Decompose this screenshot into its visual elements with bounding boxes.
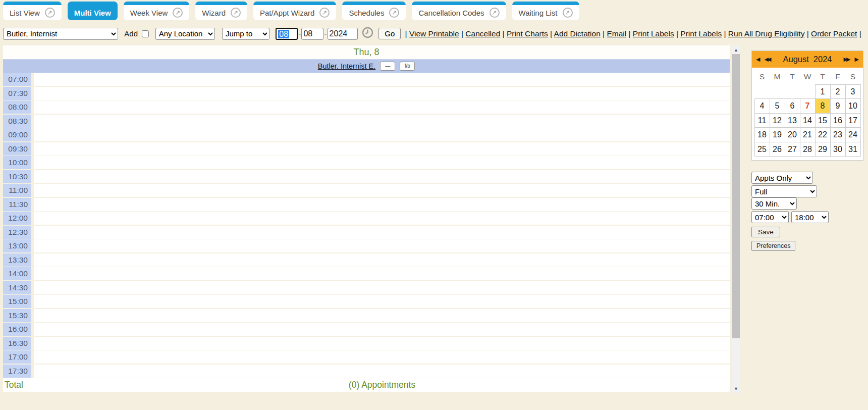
calendar-day-23[interactable]: 23: [830, 128, 845, 142]
appointment-slot[interactable]: [34, 295, 730, 308]
appointment-slot[interactable]: [34, 365, 730, 378]
time-label[interactable]: 14:00: [3, 267, 31, 280]
appointment-slot[interactable]: [34, 142, 730, 156]
provider-select[interactable]: Butler, Internist: [3, 28, 118, 40]
calendar-day-3[interactable]: 3: [845, 84, 860, 99]
appointment-slot[interactable]: [34, 281, 730, 294]
link-print-labels[interactable]: Print Labels: [680, 29, 722, 38]
appointment-slot[interactable]: [34, 212, 730, 225]
tab-pat-appt-wizard[interactable]: Pat/Appt Wizard↗: [253, 2, 336, 20]
open-new-window-icon[interactable]: ↗: [173, 8, 183, 18]
appointment-slot[interactable]: [34, 323, 730, 336]
next-month-icon[interactable]: ▶: [855, 56, 859, 63]
view-mode-select[interactable]: Appts Only: [751, 172, 813, 184]
time-label[interactable]: 15:00: [3, 295, 31, 308]
calendar-day-29[interactable]: 29: [815, 142, 830, 157]
time-label[interactable]: 16:00: [3, 323, 31, 336]
tab-multi-view[interactable]: Multi View: [68, 2, 118, 20]
open-new-window-icon[interactable]: ↗: [319, 8, 330, 18]
time-label[interactable]: 12:00: [3, 212, 31, 225]
time-label[interactable]: 09:30: [3, 142, 31, 156]
time-label[interactable]: 08:00: [3, 100, 31, 114]
calendar-day-7[interactable]: 7: [800, 99, 815, 114]
location-select[interactable]: Any Location: [155, 28, 215, 40]
tab-list-view[interactable]: List View↗: [3, 2, 62, 20]
time-label[interactable]: 16:30: [3, 337, 31, 350]
prev-year-icon[interactable]: ◀◀: [764, 56, 770, 63]
appointment-slot[interactable]: [34, 350, 730, 364]
start-time-select[interactable]: 07:00: [751, 211, 789, 223]
link-print-charts[interactable]: Print Charts: [507, 29, 548, 38]
prev-month-icon[interactable]: ◀: [756, 56, 760, 63]
tab-wizard[interactable]: Wizard↗: [195, 2, 247, 20]
calendar-day-25[interactable]: 25: [754, 142, 770, 157]
tab-cancellation-codes[interactable]: Cancellation Codes↗: [412, 2, 506, 20]
calendar-day-5[interactable]: 5: [770, 99, 785, 114]
date-month-input[interactable]: 08: [276, 28, 298, 40]
calendar-day-28[interactable]: 28: [800, 142, 815, 157]
scrollbar-thumb[interactable]: [732, 54, 740, 338]
calendar-day-17[interactable]: 17: [845, 113, 860, 128]
time-label[interactable]: 17:00: [3, 350, 31, 364]
preferences-button[interactable]: Preferences: [751, 241, 795, 251]
interval-select[interactable]: 30 Min.: [751, 197, 797, 210]
calendar-day-14[interactable]: 14: [800, 113, 815, 128]
date-year-input[interactable]: 2024: [328, 28, 358, 40]
open-new-window-icon[interactable]: ↗: [490, 8, 500, 18]
time-label[interactable]: 13:00: [3, 239, 31, 252]
calendar-day-27[interactable]: 27: [785, 142, 800, 157]
next-year-icon[interactable]: ▶▶: [844, 56, 849, 63]
time-label[interactable]: 09:00: [3, 128, 31, 141]
calendar-day-24[interactable]: 24: [845, 128, 860, 142]
collapse-column-button[interactable]: —: [380, 62, 395, 71]
time-label[interactable]: 14:30: [3, 281, 31, 294]
free-busy-button[interactable]: f/b: [400, 62, 415, 71]
time-label[interactable]: 07:00: [3, 73, 31, 86]
time-label[interactable]: 17:30: [3, 365, 31, 378]
appointment-slot[interactable]: [34, 239, 730, 252]
link-cancelled[interactable]: Cancelled: [465, 29, 500, 38]
calendar-day-15[interactable]: 15: [815, 113, 830, 128]
calendar-day-12[interactable]: 12: [770, 113, 785, 128]
appointment-slot[interactable]: [34, 309, 730, 322]
calendar-day-13[interactable]: 13: [785, 113, 800, 128]
time-label[interactable]: 13:30: [3, 253, 31, 267]
calendar-day-21[interactable]: 21: [800, 128, 815, 142]
appointment-slot[interactable]: [34, 253, 730, 267]
calendar-day-22[interactable]: 22: [815, 128, 830, 142]
scroll-down-icon[interactable]: ▼: [732, 384, 740, 393]
calendar-day-2[interactable]: 2: [830, 84, 845, 99]
calendar-day-6[interactable]: 6: [785, 99, 800, 114]
open-new-window-icon[interactable]: ↗: [389, 8, 399, 18]
appointment-slot[interactable]: [34, 73, 730, 86]
clock-icon[interactable]: [362, 27, 373, 38]
save-button[interactable]: Save: [751, 227, 780, 237]
link-view-printable[interactable]: View Printable: [409, 29, 459, 38]
open-new-window-icon[interactable]: ↗: [563, 8, 573, 18]
add-checkbox[interactable]: [142, 30, 149, 37]
time-label[interactable]: 07:30: [3, 87, 31, 100]
tab-week-view[interactable]: Week View↗: [124, 2, 189, 20]
time-label[interactable]: 11:30: [3, 198, 31, 211]
calendar-day-8[interactable]: 8: [815, 99, 830, 114]
appointment-slot[interactable]: [34, 87, 730, 100]
calendar-day-31[interactable]: 31: [845, 142, 860, 157]
tab-waiting-list[interactable]: Waiting List↗: [512, 2, 579, 20]
date-day-input[interactable]: 08: [301, 28, 323, 40]
appointment-slot[interactable]: [34, 128, 730, 141]
end-time-select[interactable]: 18:00: [791, 211, 829, 223]
appointment-slot[interactable]: [34, 100, 730, 114]
calendar-day-1[interactable]: 1: [815, 84, 830, 99]
calendar-day-9[interactable]: 9: [830, 99, 845, 114]
scroll-up-icon[interactable]: ▲: [732, 45, 740, 54]
calendar-day-20[interactable]: 20: [785, 128, 800, 142]
open-new-window-icon[interactable]: ↗: [231, 8, 241, 18]
time-label[interactable]: 10:00: [3, 156, 31, 169]
size-select[interactable]: Full: [751, 185, 817, 197]
time-label[interactable]: 11:00: [3, 184, 31, 197]
appointment-slot[interactable]: [34, 184, 730, 197]
appointment-slot[interactable]: [34, 337, 730, 350]
go-button[interactable]: Go: [378, 28, 401, 39]
link-order-packet[interactable]: Order Packet: [811, 29, 857, 38]
time-label[interactable]: 12:30: [3, 226, 31, 239]
